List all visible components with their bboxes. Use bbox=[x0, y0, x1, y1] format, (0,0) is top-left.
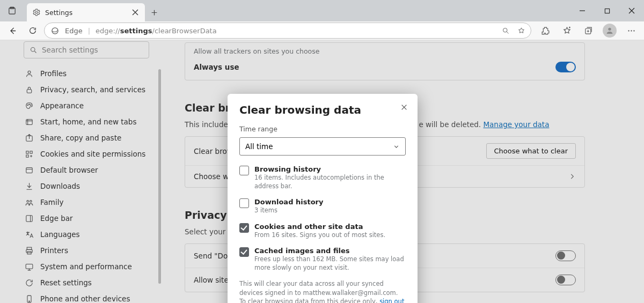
back-button[interactable] bbox=[3, 21, 21, 40]
svg-point-7 bbox=[608, 28, 611, 31]
address-path: edge://settings/clearBrowserData bbox=[96, 27, 217, 35]
clear-option-3[interactable]: Cached images and filesFrees up less tha… bbox=[239, 247, 406, 272]
time-range-value: All time bbox=[245, 142, 273, 151]
option-sub: 16 items. Includes autocompletions in th… bbox=[254, 174, 406, 190]
profile-button[interactable] bbox=[600, 21, 619, 40]
close-window-button[interactable] bbox=[619, 0, 644, 21]
collections-button[interactable] bbox=[579, 21, 598, 40]
svg-point-8 bbox=[628, 30, 629, 31]
title-bar: Settings bbox=[0, 0, 644, 21]
maximize-button[interactable] bbox=[595, 0, 619, 21]
option-sub: Frees up less than 162 MB. Some sites ma… bbox=[254, 255, 406, 272]
dialog-close-button[interactable] bbox=[397, 100, 411, 114]
toolbar: Edge | edge://settings/clearBrowserData bbox=[0, 21, 644, 40]
dialog-title: Clear browsing data bbox=[239, 104, 406, 116]
clear-option-2[interactable]: Cookies and other site dataFrom 16 sites… bbox=[239, 223, 406, 240]
option-title: Cached images and files bbox=[254, 247, 406, 255]
option-sub: 3 items bbox=[254, 206, 323, 215]
time-range-select[interactable]: All time bbox=[239, 137, 406, 156]
checkbox[interactable] bbox=[239, 223, 249, 233]
svg-point-5 bbox=[503, 28, 508, 32]
tab-close-button[interactable] bbox=[131, 8, 140, 17]
option-title: Cookies and other site data bbox=[254, 223, 385, 231]
svg-rect-3 bbox=[605, 9, 609, 13]
option-title: Browsing history bbox=[254, 165, 406, 173]
svg-point-2 bbox=[35, 11, 38, 13]
avatar-icon bbox=[603, 24, 617, 38]
svg-point-9 bbox=[631, 30, 632, 31]
browser-tab[interactable]: Settings bbox=[27, 3, 145, 21]
edge-logo-icon bbox=[50, 26, 60, 35]
new-tab-button[interactable] bbox=[145, 3, 163, 21]
tab-title: Settings bbox=[45, 9, 127, 17]
chevron-down-icon bbox=[393, 143, 400, 150]
option-sub: From 16 sites. Signs you out of most sit… bbox=[254, 231, 385, 240]
checkbox[interactable] bbox=[239, 247, 249, 257]
checkbox[interactable] bbox=[239, 166, 249, 175]
minimize-button[interactable] bbox=[570, 0, 595, 21]
option-title: Download history bbox=[254, 198, 323, 206]
favorites-button[interactable] bbox=[557, 21, 576, 40]
clear-option-0[interactable]: Browsing history16 items. Includes autoc… bbox=[239, 165, 406, 190]
tab-actions-button[interactable] bbox=[0, 0, 24, 21]
svg-point-10 bbox=[633, 30, 634, 31]
refresh-button[interactable] bbox=[24, 21, 42, 40]
checkbox[interactable] bbox=[239, 198, 249, 208]
favorite-icon[interactable] bbox=[517, 27, 525, 35]
clear-option-1[interactable]: Download history3 items bbox=[239, 198, 406, 215]
gear-icon bbox=[32, 8, 41, 17]
clear-browsing-data-dialog: Clear browsing data Time range All time … bbox=[228, 94, 418, 303]
address-bar[interactable]: Edge | edge://settings/clearBrowserData bbox=[44, 23, 531, 39]
time-range-label: Time range bbox=[239, 125, 406, 133]
sync-note: This will clear your data across all you… bbox=[239, 279, 406, 303]
more-button[interactable] bbox=[621, 21, 641, 40]
address-scheme-label: Edge bbox=[65, 27, 83, 35]
extensions-button[interactable] bbox=[536, 21, 555, 40]
zoom-icon[interactable] bbox=[502, 27, 510, 35]
